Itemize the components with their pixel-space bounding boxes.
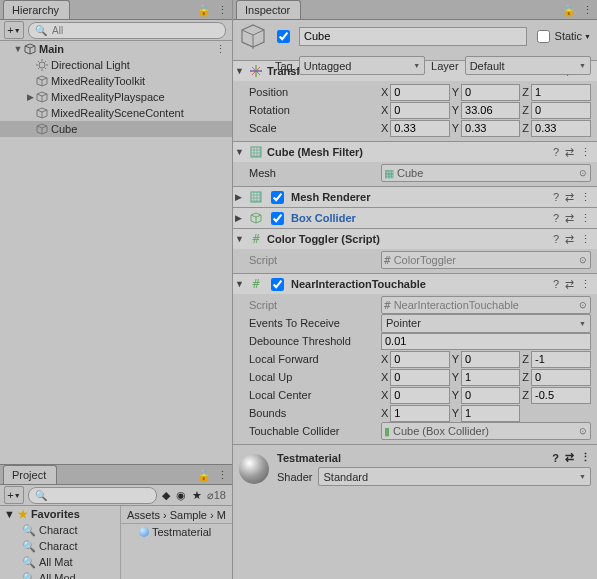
foldout-icon[interactable]: ▶ [235, 192, 245, 202]
center-x[interactable] [390, 387, 449, 404]
kebab-icon[interactable]: ⋮ [580, 278, 591, 291]
project-search[interactable]: 🔍 [28, 487, 157, 504]
center-z[interactable] [531, 387, 591, 404]
tab-inspector[interactable]: Inspector [236, 0, 301, 19]
kebab-icon[interactable]: ⋮ [215, 43, 232, 56]
create-button[interactable]: +▼ [4, 486, 24, 504]
crumb-item[interactable]: Sample [170, 509, 207, 521]
foldout-icon[interactable]: ▶ [235, 213, 245, 223]
rotation-x[interactable] [390, 102, 449, 119]
filter-icon[interactable]: ◉ [176, 489, 186, 502]
shader-dropdown[interactable]: Standard [318, 467, 591, 486]
forward-x[interactable] [390, 351, 449, 368]
up-z[interactable] [531, 369, 591, 386]
center-y[interactable] [461, 387, 520, 404]
favorite-item[interactable]: 🔍All Mod [0, 570, 120, 579]
enabled-checkbox[interactable] [271, 191, 284, 204]
enabled-checkbox[interactable] [271, 212, 284, 225]
rotation-z[interactable] [531, 102, 591, 119]
hierarchy-search[interactable]: 🔍 [28, 22, 226, 39]
object-picker-icon[interactable]: ⊙ [579, 300, 587, 310]
visibility-icon[interactable]: ⌀18 [207, 489, 226, 502]
tree-item[interactable]: MixedRealitySceneContent [0, 105, 232, 121]
crumb-item[interactable]: M [217, 509, 226, 521]
star-icon[interactable]: ★ [192, 489, 202, 502]
object-picker-icon[interactable]: ⊙ [579, 255, 587, 265]
tab-project[interactable]: Project [3, 465, 57, 484]
layer-dropdown[interactable]: Default [465, 56, 591, 75]
kebab-icon[interactable]: ⋮ [580, 451, 591, 464]
go-icon [36, 91, 48, 103]
help-icon[interactable]: ? [553, 233, 559, 246]
kebab-icon[interactable]: ⋮ [217, 4, 228, 17]
mesh-field[interactable]: ▦Cube⊙ [381, 164, 591, 182]
foldout-icon[interactable]: ▼ [12, 44, 24, 54]
foldout-icon[interactable]: ▼ [235, 279, 245, 289]
position-y[interactable] [461, 84, 520, 101]
lock-icon[interactable]: 🔒 [197, 469, 211, 482]
kebab-icon[interactable]: ⋮ [580, 146, 591, 159]
collider-field[interactable]: ▮Cube (Box Collider)⊙ [381, 422, 591, 440]
preset-icon[interactable]: ⇄ [565, 451, 574, 464]
preset-icon[interactable]: ⇄ [565, 146, 574, 159]
forward-z[interactable] [531, 351, 591, 368]
preset-icon[interactable]: ⇄ [565, 191, 574, 204]
forward-y[interactable] [461, 351, 520, 368]
kebab-icon[interactable]: ⋮ [580, 233, 591, 246]
help-icon[interactable]: ? [553, 191, 559, 204]
filter-icon[interactable]: ◆ [162, 489, 170, 502]
kebab-icon[interactable]: ⋮ [582, 4, 593, 17]
help-icon[interactable]: ? [553, 212, 559, 225]
rotation-y[interactable] [461, 102, 520, 119]
favorite-item[interactable]: 🔍Charact [0, 538, 120, 554]
search-input[interactable] [50, 24, 211, 37]
search-icon: 🔍 [22, 556, 36, 569]
up-y[interactable] [461, 369, 520, 386]
gameobject-name-field[interactable] [299, 27, 527, 46]
foldout-icon[interactable]: ▶ [24, 92, 36, 102]
tree-item[interactable]: MixedRealityToolkit [0, 73, 232, 89]
help-icon[interactable]: ? [552, 452, 559, 464]
scale-z[interactable] [531, 120, 591, 137]
help-icon[interactable]: ? [553, 278, 559, 291]
events-dropdown[interactable]: Pointer [381, 314, 591, 333]
scale-x[interactable] [390, 120, 449, 137]
enabled-checkbox[interactable] [277, 30, 290, 43]
tree-item-selected[interactable]: Cube [0, 121, 232, 137]
lock-icon[interactable]: 🔒 [197, 4, 211, 17]
enabled-checkbox[interactable] [271, 278, 284, 291]
tab-hierarchy[interactable]: Hierarchy [3, 0, 70, 19]
up-x[interactable] [390, 369, 449, 386]
object-picker-icon[interactable]: ⊙ [579, 426, 587, 436]
foldout-icon[interactable]: ▼ [235, 66, 245, 76]
kebab-icon[interactable]: ⋮ [217, 469, 228, 482]
static-toggle[interactable]: Static▼ [533, 27, 591, 46]
scene-row[interactable]: ▼ Main ⋮ [0, 41, 232, 57]
preset-icon[interactable]: ⇄ [565, 233, 574, 246]
position-x[interactable] [390, 84, 449, 101]
lock-icon[interactable]: 🔒 [562, 4, 576, 17]
favorites-header[interactable]: ▼★Favorites [0, 506, 120, 522]
bounds-x[interactable] [390, 405, 449, 422]
object-picker-icon[interactable]: ⊙ [579, 168, 587, 178]
search-input[interactable] [47, 489, 142, 502]
scale-y[interactable] [461, 120, 520, 137]
foldout-icon[interactable]: ▼ [235, 234, 245, 244]
kebab-icon[interactable]: ⋮ [580, 212, 591, 225]
kebab-icon[interactable]: ⋮ [580, 191, 591, 204]
crumb-item[interactable]: Assets [127, 509, 160, 521]
help-icon[interactable]: ? [553, 146, 559, 159]
debounce-field[interactable] [381, 333, 591, 350]
asset-item[interactable]: Testmaterial [121, 524, 232, 540]
favorite-item[interactable]: 🔍All Mat [0, 554, 120, 570]
tag-dropdown[interactable]: Untagged [299, 56, 425, 75]
favorite-item[interactable]: 🔍Charact [0, 522, 120, 538]
foldout-icon[interactable]: ▼ [235, 147, 245, 157]
tree-item[interactable]: Directional Light [0, 57, 232, 73]
tree-item[interactable]: ▶MixedRealityPlayspace [0, 89, 232, 105]
create-button[interactable]: +▼ [4, 21, 24, 39]
preset-icon[interactable]: ⇄ [565, 278, 574, 291]
bounds-y[interactable] [461, 405, 520, 422]
preset-icon[interactable]: ⇄ [565, 212, 574, 225]
position-z[interactable] [531, 84, 591, 101]
